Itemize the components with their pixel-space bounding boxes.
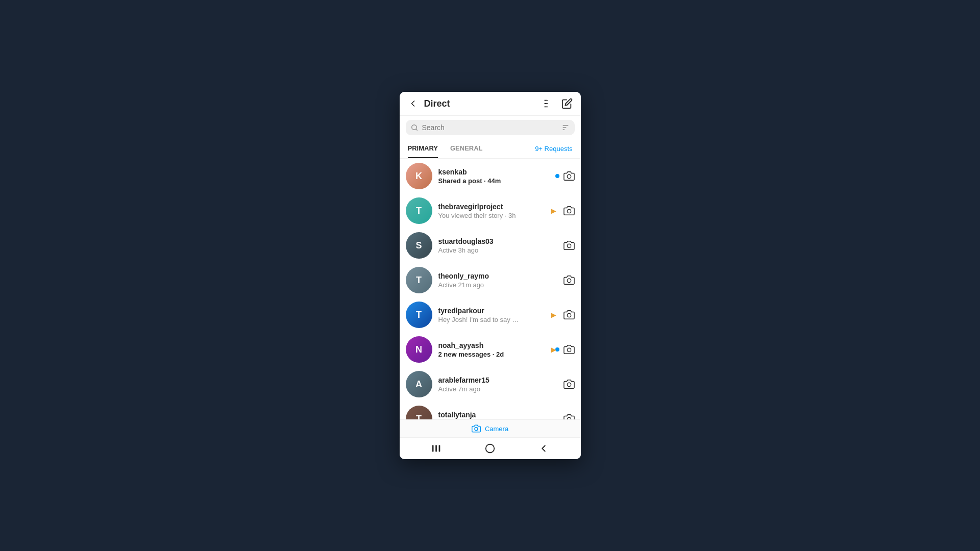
camera-bar[interactable]: Camera bbox=[400, 419, 581, 437]
camera-button[interactable] bbox=[564, 309, 575, 320]
svg-point-13 bbox=[567, 244, 571, 247]
phone-screen: Direct bbox=[400, 92, 581, 459]
header: Direct bbox=[400, 92, 581, 116]
conversation-item[interactable]: KksenkabShared a post · 44m bbox=[400, 159, 581, 193]
conv-preview: Hey Josh! I'm sad to say I MUST L... bbox=[438, 316, 520, 323]
back-button[interactable] bbox=[408, 98, 418, 109]
svg-rect-20 bbox=[432, 445, 434, 452]
tabs-left: PRIMARY GENERAL bbox=[408, 139, 483, 158]
conv-preview: 2 new messages · 2d bbox=[438, 350, 520, 358]
camera-bar-icon bbox=[472, 424, 481, 433]
svg-point-16 bbox=[567, 348, 571, 352]
conv-username: arablefarmer15 bbox=[438, 376, 564, 384]
menu-button[interactable] bbox=[542, 98, 553, 109]
svg-rect-21 bbox=[435, 445, 437, 452]
camera-button[interactable] bbox=[564, 170, 575, 182]
conv-username: stuartdouglas03 bbox=[438, 237, 564, 245]
camera-icon bbox=[564, 344, 575, 355]
svg-point-2 bbox=[547, 107, 548, 108]
bottom-nav bbox=[400, 437, 581, 459]
conversation-item[interactable]: Sstuartdouglas03Active 3h ago bbox=[400, 228, 581, 263]
svg-point-15 bbox=[567, 313, 571, 317]
svg-point-19 bbox=[475, 428, 478, 431]
camera-button[interactable] bbox=[564, 379, 575, 390]
svg-point-11 bbox=[567, 174, 571, 178]
camera-bar-label: Camera bbox=[485, 425, 508, 433]
conv-preview: Active 3h ago bbox=[438, 246, 520, 254]
header-left: Direct bbox=[408, 98, 450, 109]
camera-icon bbox=[564, 240, 575, 251]
conversation-item[interactable]: Aarablefarmer15Active 7m ago bbox=[400, 367, 581, 402]
compose-button[interactable] bbox=[561, 98, 573, 109]
svg-point-0 bbox=[547, 100, 548, 101]
conv-preview: You viewed their story · 3h bbox=[438, 212, 520, 219]
conv-info: stuartdouglas03Active 3h ago bbox=[438, 237, 564, 254]
svg-point-14 bbox=[567, 279, 571, 282]
svg-point-18 bbox=[567, 417, 571, 419]
svg-point-1 bbox=[547, 103, 548, 104]
camera-button[interactable] bbox=[564, 344, 575, 355]
tabs-bar: PRIMARY GENERAL 9+ Requests bbox=[400, 139, 581, 159]
conv-preview: Active 21m ago bbox=[438, 281, 520, 289]
nav-back-button[interactable] bbox=[538, 443, 549, 454]
conv-actions bbox=[564, 240, 575, 251]
conv-username: totallytanja bbox=[438, 411, 564, 419]
camera-icon bbox=[564, 309, 575, 320]
menu-icon bbox=[542, 98, 553, 109]
nav-back-icon bbox=[538, 443, 549, 454]
filter-icon[interactable] bbox=[561, 123, 570, 132]
camera-button[interactable] bbox=[564, 413, 575, 419]
conv-username: tyredlparkour bbox=[438, 307, 564, 315]
conversation-item[interactable]: TtotallytanjaActive yesterday... bbox=[400, 402, 581, 419]
avatar: T bbox=[406, 406, 432, 419]
search-input[interactable] bbox=[422, 123, 557, 132]
conversation-item[interactable]: ▶TthebravegirlprojectYou viewed their st… bbox=[400, 193, 581, 228]
conv-actions bbox=[555, 170, 575, 182]
search-icon bbox=[411, 124, 418, 131]
compose-icon bbox=[561, 98, 573, 109]
search-bar bbox=[406, 120, 575, 135]
chevron-indicator: ▶ bbox=[551, 345, 556, 354]
avatar: S bbox=[406, 232, 432, 259]
requests-link[interactable]: 9+ Requests bbox=[535, 145, 572, 153]
camera-button[interactable] bbox=[564, 205, 575, 216]
nav-home-button[interactable] bbox=[484, 443, 496, 454]
conv-actions bbox=[564, 379, 575, 390]
conv-username: theonly_raymo bbox=[438, 272, 564, 280]
avatar: T bbox=[406, 197, 432, 224]
conversation-list: KksenkabShared a post · 44m ▶Tthebravegi… bbox=[400, 159, 581, 419]
avatar: A bbox=[406, 371, 432, 397]
back-icon bbox=[408, 98, 418, 109]
avatar: K bbox=[406, 163, 432, 189]
tab-primary[interactable]: PRIMARY bbox=[408, 139, 438, 158]
conversation-item[interactable]: ▶TtyredlparkourHey Josh! I'm sad to say … bbox=[400, 297, 581, 332]
svg-point-17 bbox=[567, 383, 571, 386]
conv-info: ksenkabShared a post · 44m bbox=[438, 168, 555, 185]
avatar: T bbox=[406, 267, 432, 293]
conv-actions bbox=[564, 309, 575, 320]
conversation-item[interactable]: Ttheonly_raymoActive 21m ago bbox=[400, 263, 581, 297]
search-container bbox=[400, 116, 581, 139]
conv-info: arablefarmer15Active 7m ago bbox=[438, 376, 564, 393]
svg-point-12 bbox=[567, 209, 571, 213]
chevron-indicator: ▶ bbox=[551, 207, 556, 215]
camera-button[interactable] bbox=[564, 240, 575, 251]
conv-actions bbox=[564, 274, 575, 286]
svg-line-7 bbox=[415, 129, 417, 131]
unread-dot bbox=[555, 174, 559, 178]
conv-actions bbox=[555, 344, 575, 355]
page-title: Direct bbox=[424, 98, 450, 109]
message-list: KksenkabShared a post · 44m ▶Tthebravegi… bbox=[400, 159, 581, 419]
conv-preview: Active 7m ago bbox=[438, 385, 520, 393]
conv-info: thebravegirlprojectYou viewed their stor… bbox=[438, 203, 564, 219]
conv-username: noah_ayyash bbox=[438, 341, 555, 349]
tab-general[interactable]: GENERAL bbox=[450, 139, 483, 158]
camera-icon bbox=[564, 274, 575, 286]
chevron-indicator: ▶ bbox=[551, 311, 556, 319]
svg-point-23 bbox=[486, 444, 495, 453]
conversation-item[interactable]: ▶Nnoah_ayyash2 new messages · 2d bbox=[400, 332, 581, 367]
camera-button[interactable] bbox=[564, 274, 575, 286]
nav-menu-button[interactable] bbox=[431, 443, 442, 454]
header-icons bbox=[542, 98, 573, 109]
svg-rect-22 bbox=[439, 445, 440, 452]
